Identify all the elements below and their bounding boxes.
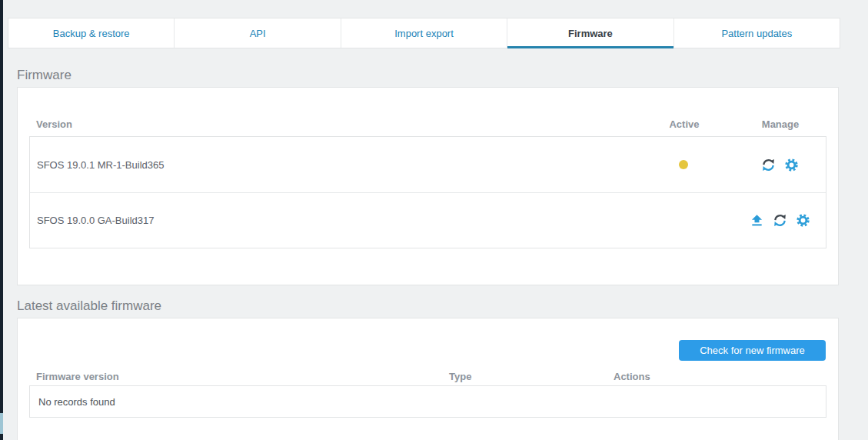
firmware-panel: Version Active Manage SFOS 19.0.1 MR-1-B… bbox=[17, 87, 839, 285]
tab-firmware[interactable]: Firmware bbox=[507, 18, 673, 48]
firmware-version-label: SFOS 19.0.1 MR-1-Build365 bbox=[30, 159, 634, 171]
latest-firmware-panel: Check for new firmware Firmware version … bbox=[17, 318, 839, 440]
sync-firmware-icon[interactable] bbox=[773, 214, 787, 227]
column-header-version: Version bbox=[29, 118, 634, 130]
column-header-firmware-version: Firmware version bbox=[29, 371, 449, 382]
sidebar-scrollbar-thumb[interactable] bbox=[0, 413, 3, 434]
firmware-section-title: Firmware bbox=[17, 68, 72, 83]
latest-firmware-table-header: Firmware version Type Actions bbox=[29, 368, 826, 385]
active-status-cell bbox=[634, 160, 733, 169]
gear-icon[interactable] bbox=[796, 214, 810, 227]
boot-firmware-icon[interactable] bbox=[750, 214, 763, 227]
firmware-version-label: SFOS 19.0.0 GA-Build317 bbox=[30, 215, 634, 226]
firmware-table: SFOS 19.0.1 MR-1-Build365 bbox=[29, 136, 826, 248]
active-firmware-dot bbox=[679, 160, 688, 169]
table-row-firmware-1901: SFOS 19.0.1 MR-1-Build365 bbox=[30, 137, 826, 192]
column-header-actions: Actions bbox=[614, 371, 826, 382]
tab-import-export[interactable]: Import export bbox=[341, 18, 507, 48]
column-header-active: Active bbox=[634, 118, 734, 130]
manage-actions-cell bbox=[733, 214, 826, 227]
column-header-type: Type bbox=[449, 371, 614, 382]
manage-actions-cell bbox=[733, 158, 826, 172]
latest-firmware-section-title: Latest available firmware bbox=[17, 298, 161, 314]
gear-icon[interactable] bbox=[785, 158, 798, 172]
check-for-new-firmware-button[interactable]: Check for new firmware bbox=[679, 340, 826, 361]
tab-backup-restore[interactable]: Backup & restore bbox=[8, 18, 175, 48]
settings-tabbar: Backup & restore API Import export Firmw… bbox=[8, 18, 840, 48]
no-records-row: No records found bbox=[29, 385, 826, 418]
table-row-firmware-1900: SFOS 19.0.0 GA-Build317 bbox=[30, 192, 826, 248]
sidebar-edge-strip bbox=[0, 0, 3, 440]
column-header-manage: Manage bbox=[734, 118, 826, 130]
tab-api[interactable]: API bbox=[175, 18, 341, 48]
sync-firmware-icon[interactable] bbox=[762, 158, 775, 172]
tab-pattern-updates[interactable]: Pattern updates bbox=[674, 18, 840, 48]
firmware-table-header: Version Active Manage bbox=[29, 115, 826, 133]
